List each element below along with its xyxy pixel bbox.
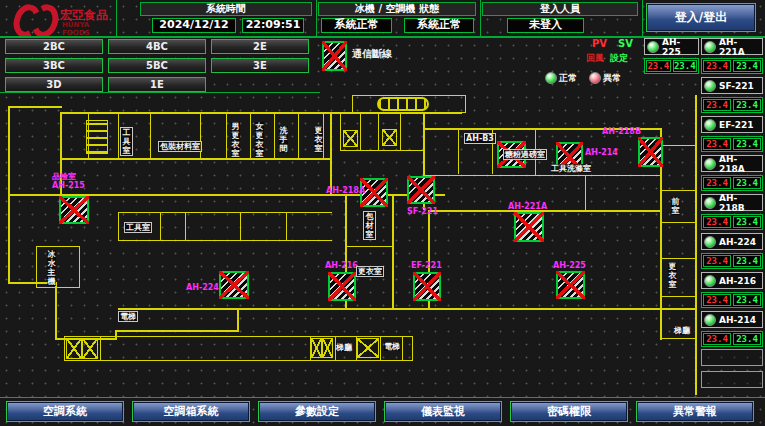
fan-label: AH-225 — [553, 261, 586, 270]
wall-segment — [660, 338, 697, 339]
unit-AH-218A[interactable]: AH-218A — [701, 155, 763, 172]
header-separator — [316, 0, 317, 36]
wall-segment — [118, 308, 697, 310]
wall-segment — [64, 336, 65, 360]
unit-name: AH-214 — [719, 315, 756, 325]
pv-desc-label: 回風 — [586, 53, 604, 63]
unit-values-AH-224: 23.423.4 — [701, 253, 763, 269]
wall-segment — [356, 336, 357, 361]
fan-AH-224[interactable] — [219, 271, 249, 299]
wall-segment — [492, 128, 493, 174]
sv-desc-label: 設定 — [610, 53, 628, 63]
wall-segment — [118, 212, 119, 240]
unit-EF-221[interactable]: EF-221 — [701, 116, 763, 133]
brand-subtitle: HUNYA FOODS — [62, 21, 114, 37]
unit-sv-value: 23.4 — [733, 333, 761, 345]
floor-button-3D[interactable]: 3D — [5, 77, 103, 92]
room-label: 包裝材料室 — [158, 141, 202, 152]
wall-segment — [660, 296, 697, 297]
unit-pv-value: 23.4 — [703, 177, 731, 189]
fan-unlabeled[interactable] — [497, 141, 526, 168]
fan-AH-221A[interactable] — [514, 212, 544, 242]
unit-AH-218B[interactable]: AH-218B — [701, 194, 763, 211]
floor-button-2E[interactable]: 2E — [211, 39, 309, 54]
unit-AH-221A[interactable]: AH-221A — [701, 38, 763, 55]
unit-led-icon — [704, 275, 716, 287]
wall-segment — [660, 145, 697, 146]
unit-values-AH-221A: 23.423.4 — [701, 58, 763, 74]
bottom-button-4[interactable]: 儀表監視 — [384, 401, 502, 422]
unit-values-SF-221: 23.423.4 — [701, 97, 763, 113]
wall-segment — [237, 308, 239, 332]
comm-loss-icon — [322, 41, 347, 71]
fan-AH-216[interactable] — [328, 272, 356, 301]
fan-label: 品檢室 AH-215 — [52, 172, 85, 190]
unit-pv-value: 23.4 — [703, 294, 731, 306]
logo: 宏亞食品 HUNYA FOODS — [2, 1, 114, 35]
ahu-status-value: 系統正常 — [404, 18, 474, 33]
login-logout-button[interactable]: 登入/登出 — [646, 3, 756, 32]
wall-segment — [118, 240, 332, 241]
fan-AH-218A[interactable] — [360, 178, 388, 207]
bottom-button-5[interactable]: 密碼權限 — [510, 401, 628, 422]
floor-button-4BC[interactable]: 4BC — [108, 39, 206, 54]
pv-label: PV — [592, 39, 607, 49]
fan-SF-221[interactable] — [407, 176, 435, 204]
wall-segment — [660, 190, 697, 191]
floor-button-3E[interactable]: 3E — [211, 58, 309, 73]
wall-segment — [392, 194, 394, 310]
wall-segment — [335, 336, 336, 361]
room-label: 冰水主機 — [47, 250, 56, 286]
unit-values-EF-221: 23.423.4 — [701, 136, 763, 152]
floor-button-1E[interactable]: 1E — [108, 77, 206, 92]
bottom-button-1[interactable]: 空調系統 — [6, 401, 124, 422]
wall-segment — [340, 150, 425, 151]
sv-label: SV — [618, 39, 633, 49]
fan-AH-225[interactable] — [556, 271, 585, 299]
unit-AH-225[interactable]: AH-225 — [644, 38, 699, 55]
wall-segment — [412, 336, 413, 361]
floor-button-5BC[interactable]: 5BC — [108, 58, 206, 73]
unit-led-icon — [704, 236, 716, 248]
wall-segment — [340, 112, 341, 150]
unit-name: SF-221 — [719, 81, 754, 91]
unit-led-icon — [704, 314, 716, 326]
wall-segment — [660, 258, 697, 259]
wall-segment — [360, 112, 361, 150]
stair-icon — [86, 120, 108, 154]
unit-name: AH-224 — [719, 237, 756, 247]
fan-EF-221[interactable] — [413, 272, 441, 301]
bottom-button-6[interactable]: 異常警報 — [636, 401, 754, 422]
wall-segment — [8, 106, 10, 284]
elevator-x-icon — [343, 130, 358, 147]
wall-segment — [585, 176, 586, 212]
floor-button-2BC[interactable]: 2BC — [5, 39, 103, 54]
unit-AH-214[interactable]: AH-214 — [701, 311, 763, 328]
wall-segment — [310, 336, 311, 360]
elevator-x-icon — [382, 129, 397, 146]
header-separator — [116, 0, 117, 36]
wall-segment — [8, 106, 62, 108]
floor-button-3BC[interactable]: 3BC — [5, 58, 103, 73]
unit-led-icon — [704, 41, 716, 53]
room-label: 男更衣室 — [231, 122, 240, 158]
unit-AH-216[interactable]: AH-216 — [701, 272, 763, 289]
unit-name: EF-221 — [719, 120, 754, 130]
wall-segment — [400, 112, 401, 150]
system-date-value: 2024/12/12 — [152, 18, 236, 33]
bottom-button-3[interactable]: 參數設定 — [258, 401, 376, 422]
bottom-button-2[interactable]: 空調箱系統 — [132, 401, 250, 422]
unit-led-icon — [647, 41, 659, 53]
unit-sv-value: 23.4 — [733, 177, 761, 189]
fan-AH-218B[interactable] — [638, 137, 663, 167]
floor-buttons-divider — [0, 92, 320, 93]
unit-pv-value: 23.4 — [703, 60, 731, 72]
unit-SF-221[interactable]: SF-221 — [701, 77, 763, 94]
unit-AH-224[interactable]: AH-224 — [701, 233, 763, 250]
unit-name: AH-225 — [662, 37, 696, 57]
unit-led-icon — [704, 119, 716, 131]
unit-values-AH-225: 23.423.4 — [644, 58, 699, 74]
fan-AH-215[interactable] — [59, 196, 89, 224]
fan-AH-214[interactable] — [556, 142, 583, 172]
wall-segment — [402, 336, 403, 361]
